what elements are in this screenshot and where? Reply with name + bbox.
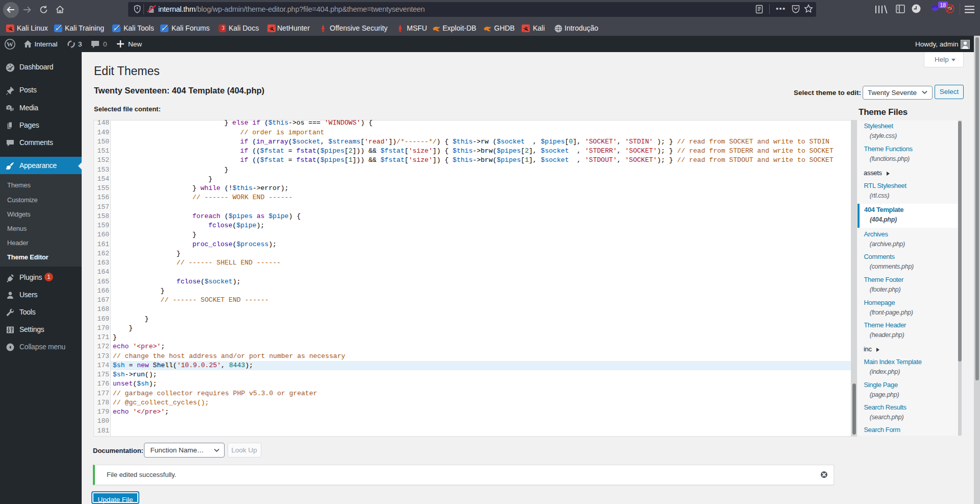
svg-text:W: W <box>7 40 14 48</box>
